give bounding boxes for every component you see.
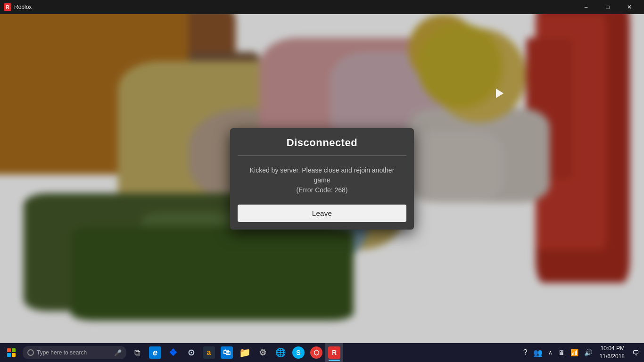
- close-button[interactable]: ✕: [619, 0, 640, 14]
- modal-body: Kicked by server. Please close and rejoi…: [230, 156, 414, 203]
- active-app-indicator: [329, 360, 340, 361]
- search-icon: [27, 349, 34, 356]
- minimize-button[interactable]: –: [575, 0, 597, 14]
- modal-overlay: Disconnected Kicked by server. Please cl…: [0, 14, 644, 343]
- modal-title: Disconnected: [287, 137, 357, 148]
- notification-icon[interactable]: 🗨: [629, 343, 642, 362]
- taskbar-dropbox-icon[interactable]: ❖: [164, 343, 182, 362]
- titlebar-app-icon: R: [4, 3, 11, 11]
- search-placeholder: Type here to search: [37, 349, 87, 356]
- taskbar: Type here to search 🎤 ⧉ e ❖ ⊙ a 🛍 📁 ⚙ 🌐 …: [0, 343, 644, 362]
- wifi-icon[interactable]: 📶: [568, 343, 581, 362]
- network-icon[interactable]: 🖥: [555, 343, 568, 362]
- titlebar-controls: – □ ✕: [575, 0, 640, 14]
- people-icon[interactable]: 👥: [530, 343, 545, 362]
- modal-message: Kicked by server. Please close and rejoi…: [250, 166, 395, 194]
- taskbar-store-icon[interactable]: 🛍: [218, 343, 236, 362]
- start-button[interactable]: [2, 343, 21, 362]
- maximize-button[interactable]: □: [597, 0, 619, 14]
- taskbar-explorer-icon[interactable]: 📁: [236, 343, 254, 362]
- titlebar: R Roblox – □ ✕: [0, 0, 644, 14]
- system-clock[interactable]: 10:04 PM 11/6/2018: [595, 345, 629, 361]
- taskbar-antivirus-icon[interactable]: ⬡: [307, 343, 325, 362]
- taskbar-amazon-icon[interactable]: a: [200, 343, 218, 362]
- system-tray: ? 👥 ∧ 🖥 📶 🔊 10:04 PM 11/6/2018 🗨: [520, 343, 642, 362]
- modal-footer: Leave: [230, 203, 414, 230]
- leave-button[interactable]: Leave: [238, 205, 406, 222]
- volume-icon[interactable]: 🔊: [581, 343, 595, 362]
- taskbar-roblox-icon[interactable]: R: [325, 343, 343, 362]
- game-background: Disconnected Kicked by server. Please cl…: [0, 14, 644, 343]
- tray-expand-icon[interactable]: ∧: [545, 343, 555, 362]
- taskbar-edge-icon[interactable]: e: [146, 343, 164, 362]
- modal-header: Disconnected: [230, 128, 414, 156]
- windows-logo-icon: [7, 348, 16, 357]
- titlebar-title: Roblox: [14, 4, 575, 10]
- taskbar-steam-icon[interactable]: ⊙: [182, 343, 200, 362]
- help-icon[interactable]: ?: [520, 343, 530, 362]
- disconnect-modal: Disconnected Kicked by server. Please cl…: [230, 128, 414, 230]
- taskbar-chrome-icon[interactable]: 🌐: [272, 343, 289, 362]
- taskbar-settings-icon[interactable]: ⚙: [254, 343, 272, 362]
- microphone-icon: 🎤: [114, 349, 122, 356]
- task-view-button[interactable]: ⧉: [128, 343, 146, 362]
- search-bar[interactable]: Type here to search 🎤: [23, 346, 126, 359]
- taskbar-skype-icon[interactable]: S: [289, 343, 307, 362]
